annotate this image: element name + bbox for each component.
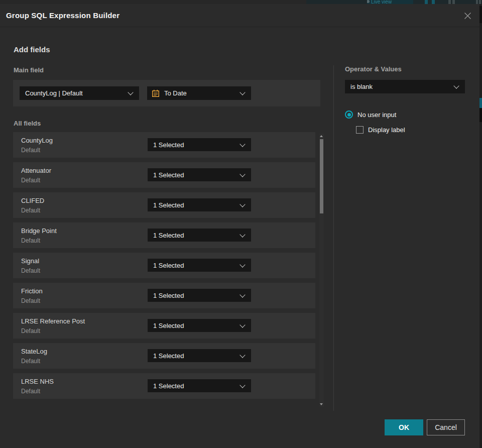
no-user-input-label: No user input — [357, 111, 396, 119]
field-name: StateLog — [21, 348, 47, 355]
calendar-date-icon — [152, 89, 160, 97]
chevron-down-icon — [239, 382, 245, 388]
chevron-down-icon — [239, 352, 245, 358]
field-values-select-value: 1 Selected — [148, 382, 240, 390]
no-user-input-radio[interactable]: No user input — [345, 110, 396, 119]
toolbar-fragment — [448, 0, 451, 4]
field-name: LRSE Reference Post — [21, 317, 85, 325]
background-right-edge — [479, 4, 482, 448]
field-name: CLIFED — [21, 197, 44, 204]
chevron-down-icon — [239, 292, 245, 297]
field-source: Default — [21, 327, 40, 334]
field-values-select[interactable]: 1 Selected — [148, 168, 251, 181]
toolbar-fragment — [452, 0, 455, 4]
field-source: Default — [21, 297, 40, 304]
background-toolbar: Live view — [0, 0, 482, 4]
cancel-button[interactable]: Cancel — [427, 419, 465, 435]
checkbox-unchecked-icon — [356, 126, 364, 134]
field-values-select-value: 1 Selected — [148, 262, 240, 269]
field-row: CLIFEDDefault1 Selected — [13, 192, 315, 218]
field-row: LRSE NHSDefault1 Selected — [13, 373, 315, 399]
toolbar-fragment — [476, 0, 478, 4]
scrollbar-thumb[interactable] — [320, 139, 323, 213]
field-values-select[interactable]: 1 Selected — [148, 259, 251, 272]
radio-selected-icon — [345, 110, 353, 119]
chevron-down-icon — [239, 262, 245, 267]
field-row: CountyLogDefault1 Selected — [13, 132, 315, 158]
field-values-select[interactable]: 1 Selected — [148, 379, 251, 392]
chevron-down-icon — [239, 141, 245, 147]
field-row: Bridge PointDefault1 Selected — [13, 222, 315, 248]
toolbar-fragment — [479, 0, 481, 4]
field-source: Default — [21, 207, 40, 214]
field-values-select[interactable]: 1 Selected — [148, 198, 251, 211]
background-fragment-teal — [479, 98, 482, 108]
main-field-type-select[interactable]: To Date — [147, 86, 251, 100]
field-source: Default — [21, 388, 40, 395]
field-row: AttenuatorDefault1 Selected — [13, 162, 315, 188]
all-fields-label: All fields — [14, 120, 41, 127]
field-source: Default — [21, 237, 40, 244]
field-name: LRSE NHS — [21, 378, 54, 385]
field-name: CountyLog — [21, 137, 53, 144]
operator-select-value: is blank — [345, 83, 454, 90]
chevron-down-icon — [453, 83, 459, 88]
scroll-up-icon[interactable] — [320, 135, 323, 137]
chevron-down-icon — [128, 89, 133, 95]
field-values-select-value: 1 Selected — [148, 201, 240, 209]
field-values-select-value: 1 Selected — [148, 171, 240, 179]
live-view-toggle[interactable]: Live view — [367, 0, 413, 4]
field-name: Attenuator — [21, 167, 51, 174]
field-name: Signal — [21, 257, 39, 265]
field-values-select-value: 1 Selected — [148, 141, 240, 149]
field-values-select[interactable]: 1 Selected — [148, 319, 251, 332]
field-source: Default — [21, 267, 40, 274]
ok-button[interactable]: OK — [385, 419, 423, 435]
main-field-label: Main field — [14, 66, 44, 74]
scroll-down-icon[interactable] — [320, 403, 323, 405]
live-view-label: Live view — [371, 0, 392, 4]
main-field-select[interactable]: CountyLog | Default — [20, 86, 139, 100]
field-source: Default — [21, 147, 40, 154]
main-field-type-value: To Date — [160, 89, 240, 97]
field-row: StateLogDefault1 Selected — [13, 343, 315, 369]
field-source: Default — [21, 358, 40, 365]
chevron-down-icon — [239, 232, 245, 237]
field-values-select[interactable]: 1 Selected — [148, 289, 251, 302]
dialog-header: Group SQL Expression Builder — [0, 4, 479, 27]
chevron-down-icon — [239, 201, 245, 207]
chevron-down-icon — [239, 171, 245, 177]
field-row: FrictionDefault1 Selected — [13, 283, 315, 308]
field-values-select-value: 1 Selected — [148, 232, 240, 239]
background-fragment — [479, 108, 482, 122]
operator-values-label: Operator & Values — [345, 65, 402, 73]
chevron-down-icon — [239, 89, 245, 95]
toolbar-fragment — [432, 0, 435, 4]
close-button[interactable] — [461, 10, 473, 22]
chevron-down-icon — [239, 322, 245, 327]
field-row: LRSE Reference PostDefault1 Selected — [13, 313, 315, 339]
field-row: SignalDefault1 Selected — [13, 253, 315, 278]
group-sql-expression-builder-dialog: Group SQL Expression Builder Add fields … — [0, 4, 479, 448]
field-values-select-value: 1 Selected — [148, 292, 240, 299]
main-field-select-value: CountyLog | Default — [20, 89, 129, 97]
field-source: Default — [21, 177, 40, 184]
main-field-band: CountyLog | Default To Date — [13, 80, 320, 106]
toolbar-fragment — [425, 0, 428, 4]
field-values-select[interactable]: 1 Selected — [148, 138, 251, 151]
fields-list-scrollbar[interactable] — [319, 134, 324, 407]
all-fields-list: CountyLogDefault1 SelectedAttenuatorDefa… — [13, 132, 315, 403]
field-values-select[interactable]: 1 Selected — [148, 349, 251, 362]
field-values-select-value: 1 Selected — [148, 352, 240, 360]
display-label-checkbox[interactable]: Display label — [356, 126, 405, 134]
live-view-dot-icon — [367, 0, 370, 3]
display-label-text: Display label — [368, 126, 405, 134]
dialog-title: Group SQL Expression Builder — [6, 4, 119, 27]
operator-select[interactable]: is blank — [345, 80, 465, 93]
field-values-select-value: 1 Selected — [148, 322, 240, 329]
panel-divider — [333, 65, 334, 411]
close-icon — [464, 12, 471, 20]
background-fragment — [479, 6, 482, 23]
field-name: Friction — [21, 287, 43, 295]
field-values-select[interactable]: 1 Selected — [148, 229, 251, 242]
